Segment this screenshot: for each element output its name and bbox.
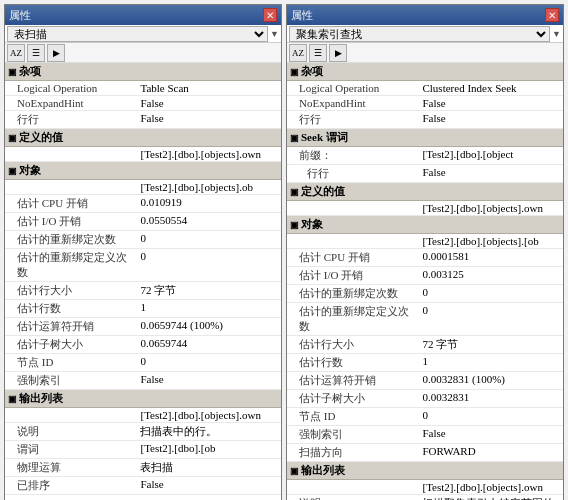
- expander-icon: ▣: [290, 466, 299, 476]
- prop-key: [5, 147, 137, 162]
- prop-key: NoExpandHint: [5, 96, 137, 111]
- section-label: ▣Seek 谓词: [287, 129, 563, 147]
- panel2-sort-cat-button[interactable]: ☰: [309, 44, 327, 62]
- table-row: [Test2].[dbo].[objects].own: [5, 147, 281, 162]
- prop-key: 估计 CPU 开销: [287, 249, 419, 267]
- panel-2: 属性 ✕ 聚集索引查找 ▼ AZ ☰ ▶ ▣杂项 Logical O: [286, 4, 564, 500]
- panel1-close-button[interactable]: ✕: [263, 8, 277, 22]
- table-row: 估计 I/O 开销 0.003125: [287, 267, 563, 285]
- table-row: 节点 ID 0: [287, 408, 563, 426]
- table-row: 估计 CPU 开销 0.0001581: [287, 249, 563, 267]
- table-row: 谓词 [Test2].[dbo].[ob: [5, 441, 281, 459]
- panel2-sort-az-button[interactable]: AZ: [289, 44, 307, 62]
- table-row: 估计行大小 72 字节: [5, 282, 281, 300]
- prop-key: 行行: [287, 165, 419, 183]
- table-row: 行行 False: [5, 111, 281, 129]
- panel1-title: 属性: [9, 8, 31, 23]
- expander-icon: ▣: [8, 166, 17, 176]
- table-row: 估计 CPU 开销 0.010919: [5, 195, 281, 213]
- prop-key: 物理运算: [5, 459, 137, 477]
- table-row: 说明 扫描聚集索引中特定范围的行。: [287, 495, 563, 501]
- prop-value: 扫描表中的行。: [137, 423, 281, 441]
- table-row: 行行 False: [287, 111, 563, 129]
- prop-key: 估计行大小: [5, 282, 137, 300]
- prop-value: 0: [419, 285, 563, 303]
- prop-key: 估计子树大小: [5, 336, 137, 354]
- prop-value: False: [137, 96, 281, 111]
- panel1-content: ▣杂项 Logical Operation Table Scan NoExpan…: [5, 63, 281, 500]
- prop-key: 估计子树大小: [287, 390, 419, 408]
- prop-key: 估计运算符开销: [5, 318, 137, 336]
- panel2-toolbar: AZ ☰ ▶: [287, 43, 563, 63]
- prop-value: 扫描聚集索引中特定范围的行。: [419, 495, 563, 501]
- table-row: 估计子树大小 0.0659744: [5, 336, 281, 354]
- table-row: ▣杂项: [5, 63, 281, 81]
- prop-key: 估计的重新绑定定义次数: [287, 303, 419, 336]
- prop-value: 0.010919: [137, 195, 281, 213]
- prop-value: 表扫描: [137, 459, 281, 477]
- panel2-dropdown[interactable]: 聚集索引查找: [289, 26, 550, 42]
- table-row: NoExpandHint False: [287, 96, 563, 111]
- table-row: 已排序 False: [5, 477, 281, 495]
- prop-value: [Test2].[dbo].[ob: [137, 441, 281, 459]
- prop-key: 节点 ID: [287, 408, 419, 426]
- panel2-dropdown-arrow: ▼: [552, 29, 561, 39]
- panel1-dropdown-bar: 表扫描 ▼: [5, 25, 281, 43]
- prop-value: 0: [419, 303, 563, 336]
- prop-value: [Test2].[dbo].[objects].own: [419, 480, 563, 495]
- prop-value: 72 字节: [419, 336, 563, 354]
- prop-value: False: [419, 426, 563, 444]
- prop-key: [287, 480, 419, 495]
- panel1-titlebar: 属性 ✕: [5, 5, 281, 25]
- prop-key: [5, 180, 137, 195]
- prop-key: 估计行数: [5, 300, 137, 318]
- expander-icon: ▣: [290, 220, 299, 230]
- prop-key: [287, 201, 419, 216]
- prop-value: 0.0032831: [419, 390, 563, 408]
- prop-value: 0.0550554: [137, 213, 281, 231]
- expander-icon: ▣: [8, 67, 17, 77]
- expander-icon: ▣: [8, 394, 17, 404]
- prop-value: False: [137, 111, 281, 129]
- prop-key: 前缀：: [287, 147, 419, 165]
- prop-value: False: [419, 111, 563, 129]
- prop-key: 扫描方向: [287, 444, 419, 462]
- prop-value: 0.0659744: [137, 336, 281, 354]
- prop-key: 谓词: [5, 441, 137, 459]
- panel2-expand-button[interactable]: ▶: [329, 44, 347, 62]
- expander-icon: ▣: [8, 133, 17, 143]
- prop-key: 强制索引: [287, 426, 419, 444]
- prop-key: NoExpandHint: [287, 96, 419, 111]
- prop-key: 估计的重新绑定定义次数: [5, 249, 137, 282]
- table-row: 估计行大小 72 字节: [287, 336, 563, 354]
- table-row: 估计运算符开销 0.0032831 (100%): [287, 372, 563, 390]
- section-label: ▣杂项: [287, 63, 563, 81]
- section-label: ▣定义的值: [287, 183, 563, 201]
- prop-value: 0: [419, 408, 563, 426]
- prop-key: Logical Operation: [5, 81, 137, 96]
- table-row: 节点 ID 0: [5, 354, 281, 372]
- panel-1: 属性 ✕ 表扫描 ▼ AZ ☰ ▶ ▣杂项 Logical Oper: [4, 4, 282, 500]
- panel1-sort-az-button[interactable]: AZ: [7, 44, 25, 62]
- panel2-close-button[interactable]: ✕: [545, 8, 559, 22]
- table-row: ▣Seek 谓词: [287, 129, 563, 147]
- prop-value: [Test2].[dbo].[objects].ob: [137, 180, 281, 195]
- prop-value: [Test2].[dbo].[objects].own: [419, 201, 563, 216]
- prop-key: 估计行大小: [287, 336, 419, 354]
- panel1-dropdown[interactable]: 表扫描: [7, 26, 268, 42]
- prop-key: 估计的重新绑定次数: [5, 231, 137, 249]
- prop-value: [Test2].[dbo].[objects].own: [137, 408, 281, 423]
- table-row: 估计的重新绑定定义次数 0: [5, 249, 281, 282]
- prop-key: 节点 ID: [5, 354, 137, 372]
- panel2-title: 属性: [291, 8, 313, 23]
- table-row: 行行 False: [287, 165, 563, 183]
- prop-key: 行行: [5, 111, 137, 129]
- prop-value: Clustered Index Seek: [419, 81, 563, 96]
- table-row: ▣定义的值: [287, 183, 563, 201]
- panel1-sort-cat-button[interactable]: ☰: [27, 44, 45, 62]
- section-label: ▣输出列表: [287, 462, 563, 480]
- table-row: ▣对象: [287, 216, 563, 234]
- table-row: 估计的重新绑定定义次数 0: [287, 303, 563, 336]
- prop-key: 估计 I/O 开销: [287, 267, 419, 285]
- panel1-expand-button[interactable]: ▶: [47, 44, 65, 62]
